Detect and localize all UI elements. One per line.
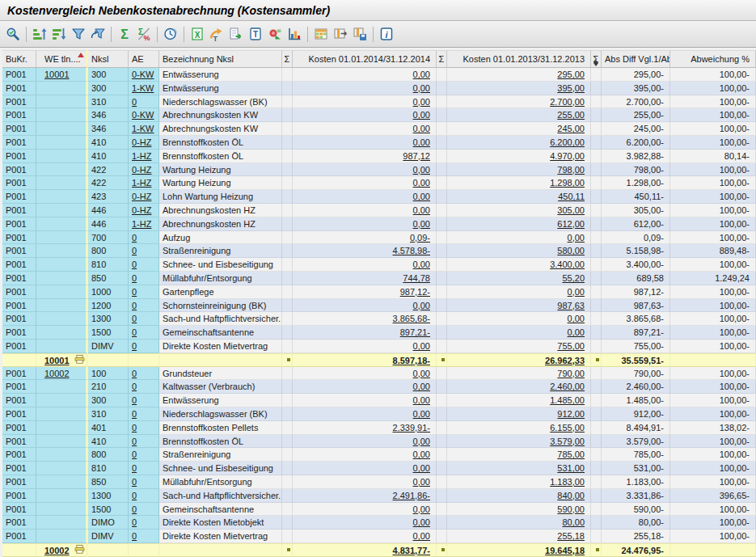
cell-kosten-2014[interactable]: 0,00 (293, 108, 437, 122)
cell-kosten-2013[interactable]: 580,00 (447, 244, 591, 258)
cell-ae-link[interactable]: 1-HZ (132, 151, 151, 161)
cell-ae[interactable]: 0 (129, 299, 159, 313)
cell-kosten-2013[interactable]: 798,00 (447, 163, 591, 177)
cell-kosten-2013-link[interactable]: 612,00 (557, 219, 585, 229)
cell-kosten-2014-link[interactable]: 0,00 (413, 409, 430, 419)
cell-kosten-2014-link[interactable]: 897,21- (400, 327, 430, 337)
cell-ae-link[interactable]: 0 (132, 463, 137, 473)
cell-ae[interactable]: 0 (129, 435, 159, 449)
cell-kosten-2014-link[interactable]: 0,00 (413, 517, 430, 527)
delete-filter-button[interactable] (88, 24, 108, 44)
cell-kosten-2013-link[interactable]: 580,00 (557, 246, 585, 255)
cell-kosten-2013-link[interactable]: 755,00 (557, 341, 585, 351)
cell-ae-link[interactable]: 0 (132, 395, 137, 405)
excel-export-button[interactable]: X (188, 24, 207, 44)
cell-kosten-2013[interactable]: 295,00 (447, 68, 591, 82)
cell-kosten-2013-link[interactable]: 295,00 (557, 70, 585, 79)
column-header-kosten-2014[interactable]: Kosten 01.01.2014/31.12.2014 (293, 50, 437, 68)
cell-kosten-2014-link[interactable]: 2.339,91- (393, 423, 430, 433)
cell-ae-link[interactable]: 0 (132, 233, 137, 243)
cell-kosten-2014[interactable]: 0,00 (293, 299, 437, 313)
cell-kosten-2013[interactable]: 450,11 (447, 190, 591, 204)
cell-kosten-2013[interactable]: 755,00 (447, 340, 591, 353)
cell-ae-link[interactable]: 0-KW (132, 110, 154, 120)
column-header-abweichung[interactable]: Abweichung % (670, 50, 756, 68)
cell-ae-link[interactable]: 0-HZ (132, 137, 151, 147)
cell-ae[interactable]: 0 (129, 407, 159, 421)
cell-we[interactable]: 10002 (36, 367, 88, 381)
cell-ae[interactable]: 0 (129, 258, 159, 272)
cell-kosten-2013-link[interactable]: 2.460,00 (550, 382, 585, 391)
column-header-kosten-2013[interactable]: Kosten 01.01.2013/31.12.2013 (447, 50, 591, 68)
cell-kosten-2013[interactable]: 0,00 (447, 326, 591, 340)
cell-kosten-2014[interactable]: 0,00 (293, 475, 437, 489)
cell-kosten-2014-link[interactable]: 744,78 (403, 273, 430, 283)
cell-kosten-2014-link[interactable]: 0,00 (413, 504, 430, 514)
cell-ae[interactable]: 0 (129, 340, 159, 353)
column-header-ae[interactable]: AE (129, 50, 159, 68)
cell-kosten-2013[interactable]: 987,63 (447, 299, 591, 313)
cell-kosten-2014-link[interactable]: 0,00 (413, 178, 430, 188)
column-header-we[interactable]: WE tln.... (36, 50, 88, 68)
details-button[interactable] (3, 24, 23, 44)
clock-button[interactable] (161, 24, 180, 44)
cell-kosten-2013[interactable]: 305,00 (447, 204, 591, 217)
cell-kosten-2014[interactable]: 0,00 (293, 394, 437, 407)
cell-ae-link[interactable]: 0 (132, 273, 137, 283)
cell-kosten-2013-link[interactable]: 255,00 (557, 110, 585, 120)
cell-kosten-2013-link[interactable]: 450,11 (558, 192, 585, 201)
cell-ae-link[interactable]: 0 (132, 287, 137, 297)
cell-kosten-2014[interactable]: 0,00 (293, 462, 437, 475)
cell-kosten-2013-link[interactable]: 55,20 (562, 273, 585, 283)
cell-ae-link[interactable]: 0-HZ (132, 192, 151, 201)
cell-kosten-2014-link[interactable]: 0,00 (413, 382, 430, 391)
subtotals-button[interactable]: Σ% (134, 24, 154, 44)
info-button[interactable]: i (377, 24, 396, 44)
cell-kosten-2013-link[interactable]: 0,00 (568, 314, 585, 323)
cell-kosten-2014[interactable]: 0,00 (293, 95, 437, 109)
cell-kosten-2013-link[interactable]: 790,00 (557, 369, 585, 378)
cell-kosten-2014-link[interactable]: 0,00 (413, 369, 430, 378)
cell-kosten-2014-link[interactable]: 0,00 (413, 165, 430, 175)
cell-kosten-2013[interactable]: 1.298,00 (447, 176, 591, 190)
cell-kosten-2014[interactable]: 0,00 (293, 340, 437, 353)
cell-kosten-2013[interactable]: 6.155,00 (447, 421, 591, 435)
cell-kosten-2014[interactable]: 0,00 (293, 380, 437, 394)
cell-ae[interactable]: 1-HZ (129, 150, 159, 163)
cell-we-link[interactable]: 10002 (44, 369, 70, 378)
set-filter-button[interactable] (69, 24, 88, 44)
cell-kosten-2014[interactable]: 0,00 (293, 530, 437, 543)
cell-kosten-2013-link[interactable]: 590,00 (557, 504, 585, 514)
cell-kosten-2013[interactable]: 255,00 (447, 108, 591, 122)
cell-kosten-2014[interactable]: 0,00 (293, 217, 437, 231)
subtotal-kosten-2014[interactable]: 8.597,18- (293, 353, 437, 367)
cell-kosten-2014[interactable]: 0,00 (293, 367, 437, 381)
cell-kosten-2013[interactable]: 1.183,00 (447, 475, 591, 489)
cell-kosten-2013[interactable]: 395,00 (447, 82, 591, 95)
cell-ae-link[interactable]: 0 (132, 97, 137, 107)
column-header-bezeichnung[interactable]: Bezeichnung Nksl (159, 50, 282, 68)
cell-kosten-2013-link[interactable]: 395,00 (557, 83, 585, 93)
cell-ae-link[interactable]: 0 (132, 260, 137, 269)
cell-kosten-2013-link[interactable]: 255,18 (557, 531, 585, 541)
cell-ae-link[interactable]: 0 (132, 531, 137, 541)
cell-ae[interactable]: 0-KW (129, 68, 159, 82)
cell-ae[interactable]: 0 (129, 312, 159, 326)
total-button[interactable]: Σ (115, 24, 134, 44)
cell-ae[interactable]: 0 (129, 272, 159, 285)
cell-kosten-2014-link[interactable]: 0,09- (410, 233, 430, 243)
subtotal-kosten-2014[interactable]: 4.831,77- (293, 543, 437, 557)
cell-kosten-2013[interactable]: 2.460,00 (447, 380, 591, 394)
cell-kosten-2014-link[interactable]: 0,00 (413, 219, 430, 229)
cell-kosten-2014-link[interactable]: 0,00 (413, 437, 430, 446)
cell-kosten-2014-link[interactable]: 0,00 (413, 531, 430, 541)
cell-ae[interactable]: 0 (129, 475, 159, 489)
cell-kosten-2014[interactable]: 2.491,86- (293, 489, 437, 503)
cell-kosten-2013[interactable]: 4.970,00 (447, 150, 591, 163)
cell-kosten-2013[interactable]: 2.700,00 (447, 95, 591, 109)
cell-kosten-2013-link[interactable]: 6.200,00 (550, 137, 585, 147)
column-header-sigma-1[interactable]: Σ (282, 50, 293, 68)
cell-kosten-2014[interactable]: 0,00 (293, 82, 437, 95)
graphic-button[interactable] (285, 24, 304, 44)
cell-kosten-2014-link[interactable]: 0,00 (413, 83, 430, 93)
